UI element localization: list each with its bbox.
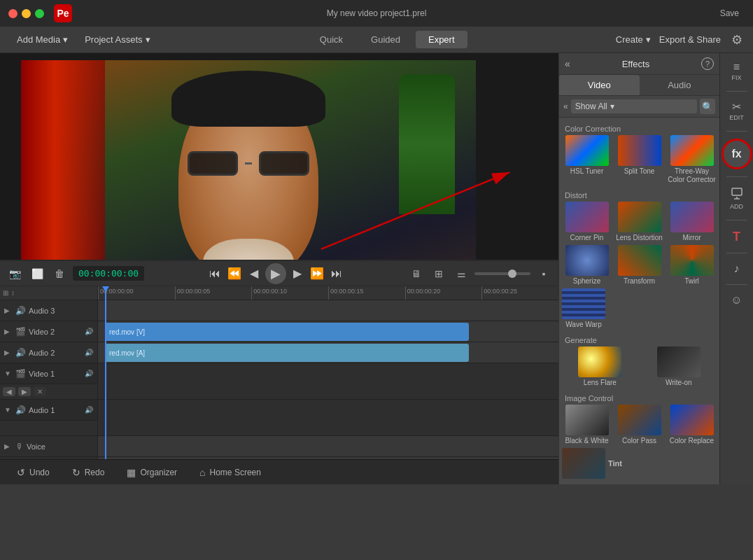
tab-guided[interactable]: Guided	[358, 31, 413, 48]
effect-hsl-tuner[interactable]: HSL Tuner	[562, 135, 612, 184]
go-end-button[interactable]: ⏭	[328, 265, 345, 282]
add-media-menu[interactable]: Add Media ▾	[8, 30, 76, 49]
effect-transform[interactable]: Transform	[614, 245, 664, 286]
section-distort: Distort Corner Pin Lens Distortion Mirro…	[562, 187, 717, 329]
effect-split-tone[interactable]: Split Tone	[614, 135, 664, 184]
step-back-button[interactable]: ⏪	[226, 265, 243, 282]
create-menu[interactable]: Create ▾	[616, 34, 651, 45]
preview-area	[0, 53, 558, 260]
prev-frame-button[interactable]: ◀	[246, 265, 262, 282]
effect-thumb-bw	[565, 405, 609, 435]
effects-collapse-btn[interactable]: «	[565, 58, 570, 69]
split-btn[interactable]: ⚌	[452, 265, 470, 283]
zoom-slider[interactable]	[474, 272, 530, 275]
traffic-lights	[8, 9, 44, 18]
mode-tabs: Quick Guided Expert	[307, 31, 467, 48]
toolbar-separator-3	[726, 176, 747, 177]
effects-tabs: Video Audio	[559, 75, 719, 96]
effect-lens-flare[interactable]: Lens Flare	[562, 346, 638, 387]
section-label-color: Color Correction	[562, 120, 717, 135]
toolbar-separator-6	[726, 284, 747, 285]
trash-tool[interactable]: 🗑	[50, 265, 69, 283]
effect-thumb-tint	[562, 448, 605, 479]
effect-corner-pin[interactable]: Corner Pin	[562, 202, 612, 242]
effects-help-button[interactable]: ?	[701, 57, 714, 70]
fix-button[interactable]: ≡ FIX	[723, 56, 751, 87]
timeline-tracks: ⊞ ↕ ▶ 🔊 Audio 3 ▶ 🎬 Video 2 🔊	[0, 286, 558, 459]
settings-icon[interactable]: ⚙	[729, 32, 745, 48]
undo-button[interactable]: ↺ Undo	[11, 464, 55, 481]
export-tool[interactable]: ⬜	[28, 265, 46, 283]
effects-grid-distort: Corner Pin Lens Distortion Mirror Spheri…	[562, 202, 717, 286]
effect-lens-distortion[interactable]: Lens Distortion	[614, 202, 664, 242]
save-button[interactable]: Save	[715, 6, 745, 21]
layout-btn[interactable]: ⊞	[430, 265, 448, 283]
effect-thumb-twirl	[670, 245, 714, 276]
project-title: My new video project1.prel	[327, 8, 427, 18]
effect-color-pass[interactable]: Color Pass	[614, 405, 664, 445]
track-row-audio1	[98, 400, 558, 436]
project-assets-menu[interactable]: Project Assets ▾	[76, 30, 158, 49]
audio-button[interactable]: ♪	[723, 258, 751, 280]
effect-thumb-colorreplace	[670, 405, 714, 435]
tab-quick[interactable]: Quick	[307, 31, 356, 48]
timeline-toolbar: 📷 ⬜ 🗑 00:00:00:00 ⏮ ⏪ ◀ ▶ ▶ ⏩ ⏭ 🖥 ⊞	[0, 261, 558, 286]
effect-write-on[interactable]: Write-on	[641, 346, 717, 387]
organizer-button[interactable]: ▦ Organizer	[121, 464, 183, 481]
timeline-ruler: 00:00:00:00 00:00:00:05 00:00:00:10 00:0…	[98, 286, 558, 300]
effect-color-replace[interactable]: Color Replace	[667, 405, 717, 445]
effects-tab-audio[interactable]: Audio	[640, 75, 720, 95]
track-label-video1: ▼ 🎬 Video 1 🔊 ◀ ▶ ✕	[0, 363, 97, 400]
effect-thumb-3way	[670, 135, 714, 166]
track-label-audio1: ▼ 🔊 Audio 1 🔊	[0, 400, 97, 436]
home-screen-button[interactable]: ⌂ Home Screen	[194, 464, 267, 481]
redo-button[interactable]: ↻ Redo	[66, 464, 111, 481]
face-button[interactable]: ☺	[723, 289, 751, 312]
monitor-btn[interactable]: 🖥	[407, 265, 425, 283]
effect-spherize[interactable]: Spherize	[562, 245, 612, 286]
maximize-button[interactable]	[35, 9, 44, 18]
tab-expert[interactable]: Expert	[416, 31, 467, 48]
title-bar: Pe My new video project1.prel Save	[0, 0, 753, 27]
toolbar-separator-4	[726, 220, 747, 220]
effect-mirror[interactable]: Mirror	[667, 202, 717, 242]
effect-thumb-wave	[562, 288, 605, 319]
clip-audio2[interactable]: red.mov [A]	[105, 344, 469, 362]
menu-right: Create ▾ Export & Share ⚙	[616, 32, 745, 48]
edit-button[interactable]: ✂ EDIT	[723, 96, 751, 127]
play-button[interactable]: ▶	[265, 263, 286, 284]
effects-scroll[interactable]: Color Correction HSL Tuner Split Tone Th…	[559, 118, 719, 484]
add-button[interactable]: ADD	[723, 181, 751, 216]
effects-filter-bar: « Show All ▾ 🔍	[559, 96, 719, 118]
camera-tool[interactable]: 📷	[6, 265, 24, 283]
zoom-out-btn[interactable]: ▪	[535, 265, 553, 283]
step-forward-button[interactable]: ⏩	[309, 265, 325, 282]
minimize-button[interactable]	[22, 9, 31, 18]
effects-grid-image: Black & White Color Pass Color Replace	[562, 405, 717, 445]
track-area: 00:00:00:00 00:00:00:05 00:00:00:10 00:0…	[98, 286, 558, 459]
next-frame-button[interactable]: ▶	[289, 265, 306, 282]
go-start-button[interactable]: ⏮	[206, 265, 223, 282]
clip-video2[interactable]: red.mov [V]	[105, 323, 469, 341]
track-row-video2: red.mov [V]	[98, 321, 558, 342]
section-generate: Generate Lens Flare Write-on	[562, 332, 717, 387]
filter-dropdown[interactable]: Show All ▾	[571, 99, 697, 113]
effects-panel: « Effects ? Video Audio « Show All ▾ 🔍 C…	[558, 53, 719, 484]
fx-button[interactable]: fx	[722, 139, 752, 169]
text-button[interactable]: T	[723, 225, 751, 248]
main-section: 📷 ⬜ 🗑 00:00:00:00 ⏮ ⏪ ◀ ▶ ▶ ⏩ ⏭ 🖥 ⊞	[0, 53, 753, 484]
close-button[interactable]	[8, 9, 17, 18]
effect-wave-warp[interactable]: Wave Warp	[562, 288, 605, 329]
track-label-voice: ▶ 🎙 Voice	[0, 436, 97, 457]
video-frame	[21, 60, 476, 260]
effect-tint[interactable]	[562, 448, 605, 479]
effect-threeway-color[interactable]: Three-Way Color Corrector	[667, 135, 717, 184]
effect-bw[interactable]: Black & White	[562, 405, 612, 445]
effects-tab-video[interactable]: Video	[559, 75, 640, 95]
export-share-button[interactable]: Export & Share	[659, 34, 721, 45]
filter-search-btn[interactable]: 🔍	[700, 99, 715, 114]
effect-thumb-hsl	[565, 135, 609, 166]
effects-title: Effects	[575, 59, 697, 69]
effect-twirl[interactable]: Twirl	[667, 245, 717, 286]
filter-back-btn[interactable]: «	[563, 102, 568, 111]
